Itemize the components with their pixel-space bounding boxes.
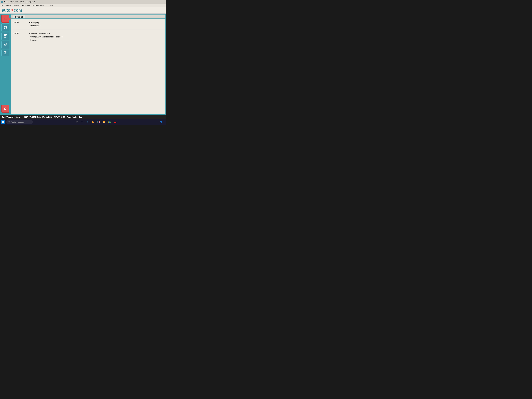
- sidebar: TICK TICK: [0, 14, 11, 115]
- sidebar-btn-report[interactable]: [1, 32, 9, 40]
- active-arrow: [9, 17, 11, 20]
- svg-rect-38: [99, 122, 100, 123]
- taskbar-right: 👤 ^: [159, 120, 165, 124]
- sidebar-btn-engine[interactable]: [1, 15, 9, 23]
- dtc-list: P1614 - Wrong key - Permanent ʻ P1616 - …: [11, 19, 165, 114]
- dtc-detail-line-1: - Wrong key: [29, 21, 163, 24]
- svg-rect-9: [5, 28, 6, 29]
- sidebar-btn-tools[interactable]: [1, 41, 9, 49]
- menu-bar: File Settings Documents Bookmarks Extern…: [0, 4, 166, 7]
- svg-rect-20: [4, 38, 6, 38]
- menu-help[interactable]: Help: [50, 5, 53, 6]
- sidebar-btn-transmission[interactable]: [1, 24, 9, 32]
- tools-icon: [3, 43, 7, 47]
- sidebar-bottom: [1, 105, 9, 115]
- search-placeholder: Type here to search: [11, 121, 24, 123]
- app-icon: [1, 1, 3, 3]
- svg-line-26: [4, 43, 4, 44]
- sidebar-btn-tick-tick[interactable]: TICK TICK: [1, 50, 9, 56]
- clock-time: ^: [165, 121, 165, 123]
- svg-rect-29: [2, 122, 3, 123]
- tick-line2: TICK: [4, 53, 7, 55]
- taskbar-task-view[interactable]: [80, 120, 84, 124]
- title-bar: Autocom CARS CDP+ | 2013 Release 3 (2.13…: [0, 0, 166, 4]
- dtc-detail-line-4: - Wrong Environment Identifier Received: [29, 35, 163, 38]
- svg-point-5: [4, 19, 5, 19]
- dtc-code-p1614[interactable]: P1614: [13, 21, 29, 23]
- menu-settings[interactable]: Settings: [6, 5, 11, 6]
- svg-rect-27: [2, 121, 3, 122]
- folder-icon: [92, 121, 94, 123]
- transmission-icon: [3, 25, 7, 30]
- svg-rect-32: [82, 121, 83, 122]
- report-icon: [3, 34, 7, 38]
- logo-area: auto✦com: [0, 7, 166, 14]
- svg-point-40: [109, 121, 110, 123]
- svg-line-25: [4, 44, 5, 45]
- task-view-icon: [81, 121, 83, 123]
- taskbar-clock: ^: [165, 121, 165, 123]
- windows-icon: [2, 121, 4, 123]
- svg-rect-33: [81, 122, 82, 123]
- dtc-tab[interactable]: DTCs (2): [13, 15, 25, 19]
- tick-line1: TICK: [4, 51, 7, 53]
- status-bar: Opel/Vauxhall - Astra H - 2007 - Y13DTH …: [0, 115, 166, 119]
- svg-rect-31: [81, 121, 82, 122]
- dtc-details-p1616: - Steering column module - Wrong Environ…: [29, 32, 163, 42]
- svg-rect-36: [99, 121, 100, 122]
- taskbar-person[interactable]: 👤: [159, 120, 163, 124]
- status-text: Opel/Vauxhall - Astra H - 2007 - Y13DTH …: [2, 116, 82, 118]
- taskbar-microphone[interactable]: 🎤: [74, 120, 78, 124]
- engine-icon: [3, 17, 7, 21]
- dtc-detail-line-3: - Steering column module: [29, 32, 163, 35]
- taskbar-center: 🎤 e 📶: [34, 120, 158, 124]
- dtc-row-p1614: P1614 - Wrong key - Permanent ʻ: [11, 19, 165, 30]
- dtc-detail-line-5: - Permanent: [29, 38, 163, 42]
- svg-rect-28: [3, 121, 4, 122]
- svg-rect-30: [3, 122, 4, 123]
- taskbar-edge[interactable]: e: [85, 120, 90, 124]
- svg-point-6: [6, 19, 6, 19]
- taskbar-search[interactable]: Type here to search: [6, 120, 33, 124]
- start-button[interactable]: [1, 120, 5, 124]
- dtc-detail-line-2: - Permanent ʻ: [29, 24, 163, 27]
- main-layout: TICK TICK DTCs (2) P1614: [0, 14, 166, 115]
- menu-external-programs[interactable]: External programs: [32, 5, 44, 6]
- svg-rect-3: [4, 18, 4, 19]
- chrome-icon: [108, 121, 111, 123]
- dtc-row-p1616: P1616 - Steering column module - Wrong E…: [11, 30, 165, 44]
- svg-rect-4: [7, 18, 7, 19]
- menu-bookmarks[interactable]: Bookmarks: [22, 5, 30, 6]
- taskbar-network[interactable]: 📶: [102, 120, 106, 124]
- svg-rect-0: [4, 18, 7, 20]
- logo: auto✦com: [2, 8, 22, 13]
- store-icon: [97, 121, 100, 123]
- content-area: DTCs (2) P1614 - Wrong key - Permanent ʻ…: [11, 14, 165, 114]
- menu-vin[interactable]: VIN: [46, 5, 48, 6]
- taskbar: Type here to search 🎤 e 📶: [0, 119, 166, 125]
- content-tab: DTCs (2): [11, 14, 165, 19]
- svg-rect-34: [82, 122, 83, 123]
- svg-rect-37: [97, 122, 98, 123]
- dtc-details-p1614: - Wrong key - Permanent ʻ: [29, 21, 163, 27]
- svg-rect-1: [4, 18, 5, 18]
- back-icon: [3, 107, 7, 111]
- search-circle-icon: [8, 121, 10, 123]
- svg-point-24: [4, 46, 5, 46]
- svg-rect-2: [6, 18, 6, 18]
- menu-file[interactable]: File: [1, 5, 3, 6]
- dtc-code-p1616[interactable]: P1616: [13, 32, 29, 34]
- taskbar-folder[interactable]: [91, 120, 95, 124]
- title-bar-text: Autocom CARS CDP+ | 2013 Release 3 (2.13…: [4, 1, 35, 3]
- taskbar-chrome[interactable]: [108, 120, 112, 124]
- back-button[interactable]: [1, 105, 9, 113]
- menu-documents[interactable]: Documents: [13, 5, 20, 6]
- svg-rect-35: [97, 121, 98, 122]
- taskbar-car-app[interactable]: 🚗: [113, 120, 117, 124]
- taskbar-store[interactable]: [96, 120, 101, 124]
